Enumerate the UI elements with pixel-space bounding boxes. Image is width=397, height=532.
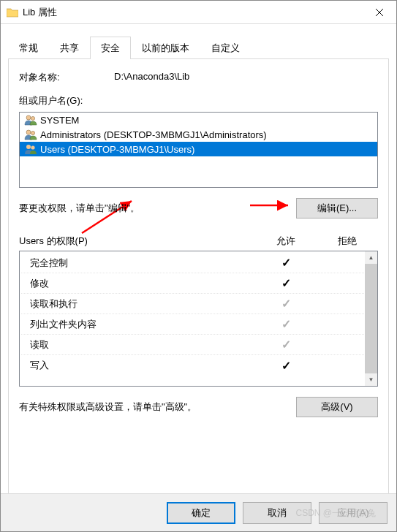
perm-label: 读取 — [27, 338, 254, 352]
table-row: 写入 ✓ — [21, 355, 364, 376]
people-icon — [24, 114, 37, 126]
object-path: D:\Anaconda3\Lib — [114, 71, 189, 84]
scroll-down-button[interactable]: ▼ — [365, 373, 377, 386]
folder-icon — [7, 7, 18, 18]
svg-point-2 — [26, 130, 31, 134]
edit-button[interactable]: 编辑(E)... — [296, 198, 378, 218]
object-name-label: 对象名称: — [19, 71, 114, 84]
table-row: 读取 ✓ — [21, 335, 364, 355]
check-icon: ✓ — [254, 317, 317, 331]
cancel-button[interactable]: 取消 — [243, 502, 311, 524]
table-row: 修改 ✓ — [21, 273, 364, 294]
dialog-footer: 确定 取消 应用(A) — [1, 493, 396, 531]
tab-bar: 常规 共享 安全 以前的版本 自定义 — [8, 36, 389, 58]
list-item-label: Users (DESKTOP-3MBMGJ1\Users) — [40, 144, 194, 155]
people-icon — [24, 143, 37, 155]
annotation-arrow — [249, 200, 294, 211]
advanced-hint: 有关特殊权限或高级设置，请单击"高级"。 — [19, 400, 197, 414]
check-icon: ✓ — [254, 297, 317, 311]
svg-point-0 — [26, 115, 31, 120]
groups-label: 组或用户名(G): — [19, 94, 378, 107]
allow-heading: 允许 — [255, 235, 317, 248]
tab-general[interactable]: 常规 — [8, 37, 49, 59]
tab-previous-versions[interactable]: 以前的版本 — [131, 37, 200, 59]
scrollbar[interactable]: ▲ ▼ — [365, 251, 377, 386]
tab-customize[interactable]: 自定义 — [200, 37, 251, 59]
groups-listbox[interactable]: SYSTEM Administrators (DESKTOP-3MBMGJ1\A… — [19, 112, 378, 188]
security-panel: 对象名称: D:\Anaconda3\Lib 组或用户名(G): SYSTEM … — [8, 58, 389, 498]
svg-point-1 — [31, 116, 34, 120]
list-item-label: SYSTEM — [40, 115, 79, 126]
table-row: 列出文件夹内容 ✓ — [21, 314, 364, 335]
svg-point-3 — [31, 131, 34, 134]
title-bar: Lib 属性 — [1, 1, 396, 24]
edit-hint: 要更改权限，请单击"编辑"。 — [19, 202, 140, 215]
table-row: 完全控制 ✓ — [21, 253, 364, 273]
close-button[interactable] — [363, 1, 396, 24]
svg-point-5 — [31, 145, 34, 149]
window-title: Lib 属性 — [23, 6, 363, 19]
perm-label: 列出文件夹内容 — [27, 318, 254, 331]
svg-point-4 — [26, 145, 31, 149]
check-icon: ✓ — [254, 276, 317, 290]
scroll-thumb[interactable] — [365, 264, 377, 373]
deny-heading: 拒绝 — [317, 235, 378, 248]
ok-button[interactable]: 确定 — [167, 502, 235, 524]
check-icon: ✓ — [254, 359, 317, 373]
list-item[interactable]: SYSTEM — [20, 113, 377, 127]
check-icon: ✓ — [254, 338, 317, 352]
close-icon — [376, 9, 383, 16]
list-item[interactable]: Administrators (DESKTOP-3MBMGJ1\Administ… — [20, 127, 377, 142]
people-icon — [24, 129, 37, 140]
permissions-table: 完全控制 ✓ 修改 ✓ 读取和执行 ✓ 列出文件夹内容 ✓ 读取 ✓ — [19, 251, 378, 387]
perm-label: 完全控制 — [27, 256, 254, 270]
scroll-up-button[interactable]: ▲ — [365, 251, 377, 264]
perm-label: 读取和执行 — [27, 297, 254, 311]
apply-button: 应用(A) — [319, 502, 387, 524]
list-item-label: Administrators (DESKTOP-3MBMGJ1\Administ… — [40, 129, 267, 140]
permissions-title: Users 的权限(P) — [19, 235, 255, 248]
perm-label: 修改 — [27, 277, 254, 290]
table-row: 读取和执行 ✓ — [21, 294, 364, 314]
perm-label: 写入 — [27, 359, 254, 372]
list-item[interactable]: Users (DESKTOP-3MBMGJ1\Users) — [20, 142, 377, 156]
check-icon: ✓ — [254, 256, 317, 270]
tab-sharing[interactable]: 共享 — [49, 37, 90, 59]
advanced-button[interactable]: 高级(V) — [296, 397, 378, 417]
tab-security[interactable]: 安全 — [90, 37, 131, 59]
